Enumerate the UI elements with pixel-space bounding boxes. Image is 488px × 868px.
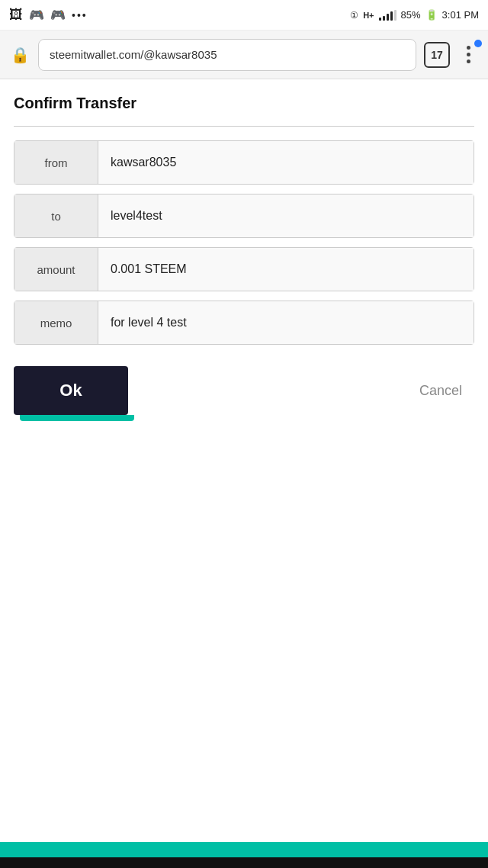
from-label: from (14, 141, 98, 184)
amount-row: amount 0.001 STEEM (14, 247, 474, 291)
more-icon: ••• (72, 9, 88, 21)
menu-dot (467, 59, 470, 63)
menu-dot (467, 46, 470, 50)
ok-button[interactable]: Ok (14, 366, 128, 415)
from-value: kawsar8035 (98, 141, 474, 184)
status-bar: 🖼 🎮 🎮 ••• ① H+ 85% 🔋 3:01 PM (0, 0, 488, 31)
game-icon2: 🎮 (50, 8, 66, 22)
tab-count[interactable]: 17 (424, 42, 450, 68)
to-row: to level4test (14, 194, 474, 238)
browser-bar: 🔒 steemitwallet.com/@kawsar8035 17 (0, 31, 488, 79)
from-row: from kawsar8035 (14, 140, 474, 185)
page-content: Confirm Transfer from kawsar8035 to leve… (0, 79, 488, 430)
notification-badge (474, 40, 482, 47)
time: 3:01 PM (442, 9, 479, 21)
memo-row: memo for level 4 test (14, 301, 474, 345)
battery-icon: 🔋 (425, 9, 438, 21)
bottom-teal-bar (0, 842, 488, 857)
amount-value: 0.001 STEEM (98, 248, 474, 291)
signal-bars (379, 10, 396, 21)
url-text: steemitwallet.com/@kawsar8035 (50, 48, 217, 61)
page-title: Confirm Transfer (14, 95, 474, 112)
bottom-black-bar (0, 857, 488, 868)
memo-label: memo (14, 301, 98, 344)
memo-value: for level 4 test (98, 301, 474, 344)
buttons-row: Ok Cancel (14, 366, 474, 415)
sim-icon: ① (350, 10, 358, 21)
tab-count-label: 17 (431, 49, 443, 61)
photo-icon: 🖼 (9, 7, 23, 23)
menu-dot (467, 53, 470, 56)
browser-menu-button[interactable] (458, 46, 479, 63)
url-bar[interactable]: steemitwallet.com/@kawsar8035 (38, 39, 416, 71)
to-value: level4test (98, 194, 474, 237)
h-plus-icon: H+ (363, 11, 374, 20)
game-icon1: 🎮 (29, 8, 44, 22)
status-bar-right: ① H+ 85% 🔋 3:01 PM (350, 9, 479, 21)
lock-icon: 🔒 (9, 44, 30, 66)
divider (14, 126, 474, 127)
amount-label: amount (14, 248, 98, 291)
cancel-button[interactable]: Cancel (407, 375, 474, 407)
battery-percentage: 85% (401, 9, 421, 21)
status-bar-left: 🖼 🎮 🎮 ••• (9, 7, 88, 23)
to-label: to (14, 194, 98, 237)
